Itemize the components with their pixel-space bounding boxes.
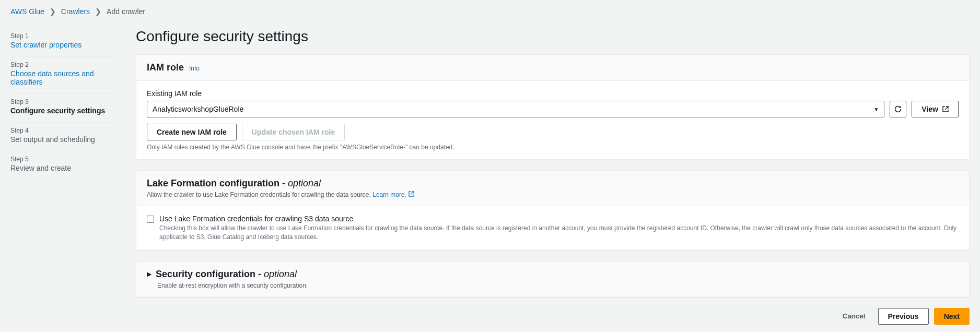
lake-panel-title: Lake Formation configuration - optional [147,178,321,188]
refresh-icon [894,105,902,113]
iam-role-selected-value: AnalyticsworkshopGlueRole [153,105,243,113]
wizard-steps: Step 1 Set crawler properties Step 2 Cho… [10,19,115,325]
next-button[interactable]: Next [934,308,970,325]
security-config-panel: ▶ Security configuration - optional Enab… [136,261,970,298]
lake-formation-checkbox[interactable] [147,216,154,223]
update-iam-role-button: Update chosen IAM role [242,124,345,140]
external-link-icon [942,106,949,112]
refresh-button[interactable] [890,101,906,117]
breadcrumb-current: Add crawler [107,7,145,16]
step-4-title: Set output and scheduling [10,135,115,144]
view-button-label: View [921,105,938,113]
lake-panel-desc: Allow the crawler to use Lake Formation … [147,191,959,198]
security-panel-desc: Enable at-rest encryption with a securit… [157,282,959,289]
security-panel-title: Security configuration - optional [156,269,297,280]
step-4: Step 4 Set output and scheduling [10,123,115,151]
step-2[interactable]: Step 2 Choose data sources and classifie… [10,57,115,94]
lake-checkbox-label: Use Lake Formation credentials for crawl… [159,215,959,223]
page-title: Configure security settings [136,28,970,45]
iam-panel-title: IAM role [147,62,184,73]
breadcrumb: AWS Glue ❯ Crawlers ❯ Add crawler [0,0,980,19]
caret-down-icon: ▼ [873,106,879,112]
iam-hint: Only IAM roles created by the AWS Glue c… [147,144,959,151]
external-link-icon [409,191,414,197]
step-1-title[interactable]: Set crawler properties [10,41,115,49]
learn-more-link[interactable]: Learn more. [372,191,414,198]
previous-button[interactable]: Previous [878,308,929,325]
breadcrumb-link-glue[interactable]: AWS Glue [10,7,44,16]
step-3: Step 3 Configure security settings [10,94,115,123]
chevron-right-icon: ❯ [50,7,56,16]
create-iam-role-button[interactable]: Create new IAM role [147,124,237,140]
wizard-footer: Cancel Previous Next [136,308,970,325]
step-3-title: Configure security settings [10,106,115,115]
iam-role-select[interactable]: AnalyticsworkshopGlueRole ▼ [147,101,884,117]
chevron-right-icon: ❯ [95,7,101,16]
breadcrumb-link-crawlers[interactable]: Crawlers [61,7,90,16]
step-1[interactable]: Step 1 Set crawler properties [10,28,115,57]
step-5: Step 5 Review and create [10,151,115,180]
lake-checkbox-desc: Checking this box will allow the crawler… [159,224,959,242]
info-link[interactable]: Info [189,65,200,72]
triangle-right-icon: ▶ [147,270,151,278]
view-button[interactable]: View [912,101,959,117]
existing-iam-role-label: Existing IAM role [147,89,959,98]
step-5-title: Review and create [10,164,115,172]
step-2-title[interactable]: Choose data sources and classifiers [10,69,115,86]
security-config-expander[interactable]: ▶ Security configuration - optional [147,269,959,280]
cancel-button[interactable]: Cancel [835,308,873,325]
lake-formation-panel: Lake Formation configuration - optional … [136,170,970,251]
iam-role-panel: IAM role Info Existing IAM role Analytic… [136,54,970,160]
